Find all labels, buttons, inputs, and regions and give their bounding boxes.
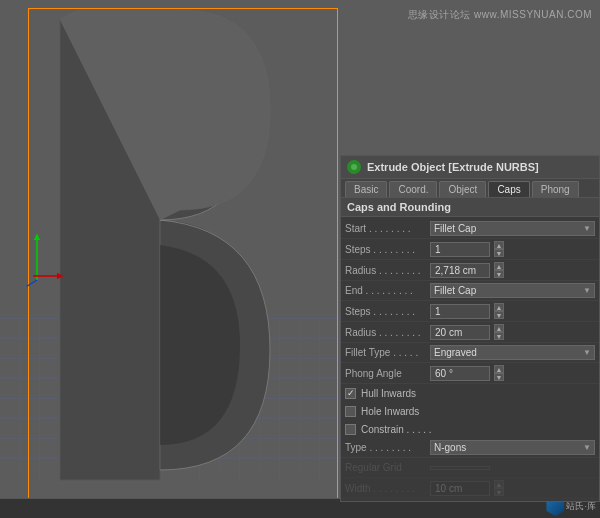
label-type: Type . . . . . . . . [345,442,430,453]
spin-width: ▲ ▼ [494,480,504,496]
input-radius-1[interactable]: 2,718 cm [430,263,490,278]
value-radius-2: 20 cm ▲ ▼ [430,324,595,340]
spin-steps-1: ▲ ▼ [494,241,504,257]
viewport: 思缘设计论坛 www.MISSYNUAN.COM [0,0,600,518]
row-constrain: Constrain . . . . . [341,420,599,438]
select-end[interactable]: Fillet Cap ▼ [430,283,595,298]
row-steps-1: Steps . . . . . . . . 1 ▲ ▼ [341,239,599,260]
label-steps-1: Steps . . . . . . . . [345,244,430,255]
label-regular-grid: Regular Grid [345,462,430,473]
label-hole-inwards: Hole Inwards [361,406,419,417]
tab-object[interactable]: Object [439,181,486,197]
input-radius-2[interactable]: 20 cm [430,325,490,340]
spin-down-r1[interactable]: ▼ [494,270,504,278]
row-fillet-type: Fillet Type . . . . . Engraved ▼ [341,343,599,363]
input-phong-angle[interactable]: 60 ° [430,366,490,381]
row-phong-angle: Phong Angle 60 ° ▲ ▼ [341,363,599,384]
spin-down-width: ▼ [494,488,504,496]
panel-title: Extrude Object [Extrude NURBS] [367,161,539,173]
select-type[interactable]: N-gons ▼ [430,440,595,455]
row-steps-2: Steps . . . . . . . . 1 ▲ ▼ [341,301,599,322]
checkbox-constrain[interactable] [345,424,356,435]
label-start: Start . . . . . . . . [345,223,430,234]
properties-panel: Extrude Object [Extrude NURBS] Basic Coo… [340,155,600,502]
row-start: Start . . . . . . . . Fillet Cap ▼ [341,219,599,239]
tab-coord[interactable]: Coord. [389,181,437,197]
svg-line-6 [27,280,37,286]
spin-down-2[interactable]: ▼ [494,311,504,319]
row-radius-1: Radius . . . . . . . . 2,718 cm ▲ ▼ [341,260,599,281]
value-steps-1: 1 ▲ ▼ [430,241,595,257]
value-start[interactable]: Fillet Cap ▼ [430,221,595,236]
spin-phong: ▲ ▼ [494,365,504,381]
extrude-icon [347,160,361,174]
spin-up-r1[interactable]: ▲ [494,262,504,270]
value-regular-grid [430,466,595,470]
dropdown-arrow-fillet: ▼ [583,348,591,357]
panel-body: Start . . . . . . . . Fillet Cap ▼ Steps… [341,217,599,501]
tab-caps[interactable]: Caps [488,181,529,197]
section-header-caps: Caps and Rounding [341,198,599,217]
row-hole-inwards: Hole Inwards [341,402,599,420]
label-radius-1: Radius . . . . . . . . [345,265,430,276]
dropdown-arrow-type: ▼ [583,443,591,452]
label-steps-2: Steps . . . . . . . . [345,306,430,317]
spin-steps-2: ▲ ▼ [494,303,504,319]
letter-b-viewport [30,10,330,500]
spin-up-2[interactable]: ▲ [494,303,504,311]
spin-up-1[interactable]: ▲ [494,241,504,249]
label-constrain: Constrain . . . . . [361,424,432,435]
value-width: 10 cm ▲ ▼ [430,480,595,496]
checkbox-hull-inwards[interactable] [345,388,356,399]
dropdown-arrow-end: ▼ [583,286,591,295]
select-start[interactable]: Fillet Cap ▼ [430,221,595,236]
label-radius-2: Radius . . . . . . . . [345,327,430,338]
panel-title-bar: Extrude Object [Extrude NURBS] [341,156,599,179]
value-radius-1: 2,718 cm ▲ ▼ [430,262,595,278]
label-hull-inwards: Hull Inwards [361,388,416,399]
input-width: 10 cm [430,481,490,496]
tab-basic[interactable]: Basic [345,181,387,197]
svg-marker-5 [57,273,63,279]
spin-up-width: ▲ [494,480,504,488]
value-phong-angle: 60 ° ▲ ▼ [430,365,595,381]
label-fillet-type: Fillet Type . . . . . [345,347,430,358]
value-type[interactable]: N-gons ▼ [430,440,595,455]
checkbox-hole-inwards[interactable] [345,406,356,417]
value-end[interactable]: Fillet Cap ▼ [430,283,595,298]
input-steps-2[interactable]: 1 [430,304,490,319]
dropdown-arrow: ▼ [583,224,591,233]
spin-down-phong[interactable]: ▼ [494,373,504,381]
spin-down-1[interactable]: ▼ [494,249,504,257]
spin-radius-2: ▲ ▼ [494,324,504,340]
spin-radius-1: ▲ ▼ [494,262,504,278]
row-regular-grid: Regular Grid [341,458,599,478]
row-width: Width . . . . . . . . 10 cm ▲ ▼ [341,478,599,499]
select-fillet-type[interactable]: Engraved ▼ [430,345,595,360]
value-fillet-type[interactable]: Engraved ▼ [430,345,595,360]
row-radius-2: Radius . . . . . . . . 20 cm ▲ ▼ [341,322,599,343]
spin-up-phong[interactable]: ▲ [494,365,504,373]
value-steps-2: 1 ▲ ▼ [430,303,595,319]
watermark: 思缘设计论坛 www.MISSYNUAN.COM [408,8,592,22]
spin-down-r2[interactable]: ▼ [494,332,504,340]
panel-tabs: Basic Coord. Object Caps Phong [341,179,599,198]
axes-indicator [25,230,65,290]
row-end: End . . . . . . . . . Fillet Cap ▼ [341,281,599,301]
tab-phong[interactable]: Phong [532,181,579,197]
input-regular-grid [430,466,490,470]
label-end: End . . . . . . . . . [345,285,430,296]
row-type: Type . . . . . . . . N-gons ▼ [341,438,599,458]
row-hull-inwards: Hull Inwards [341,384,599,402]
input-steps-1[interactable]: 1 [430,242,490,257]
svg-marker-3 [34,234,40,240]
spin-up-r2[interactable]: ▲ [494,324,504,332]
label-phong-angle: Phong Angle [345,368,430,379]
label-width: Width . . . . . . . . [345,483,430,494]
